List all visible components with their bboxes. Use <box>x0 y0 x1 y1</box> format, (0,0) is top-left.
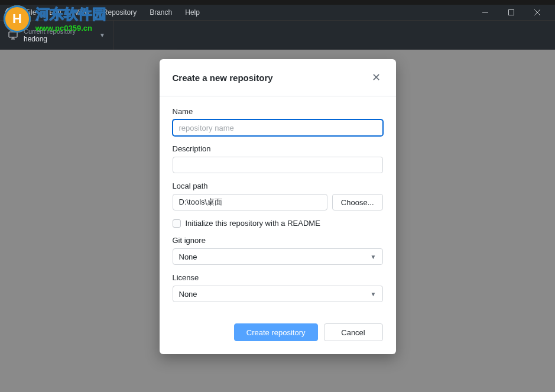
close-icon: ✕ <box>372 72 381 83</box>
current-repository-dropdown[interactable]: Current repository hedong ▼ <box>0 21 114 50</box>
name-input[interactable] <box>173 119 383 136</box>
license-label: License <box>173 273 383 282</box>
window-close-button[interactable] <box>524 5 550 20</box>
menu-branch[interactable]: Branch <box>144 6 178 19</box>
license-select[interactable]: None ▼ <box>173 286 383 302</box>
app-menubar: File Edit View Repository Branch Help <box>0 5 555 20</box>
init-readme-checkbox[interactable] <box>173 219 181 228</box>
svg-rect-4 <box>9 32 17 37</box>
menu-repository[interactable]: Repository <box>97 6 142 19</box>
window-maximize-button[interactable] <box>498 5 524 20</box>
choose-path-button[interactable]: Choose... <box>332 194 383 210</box>
local-path-label: Local path <box>173 182 383 190</box>
license-value: None <box>179 290 197 299</box>
modal-close-button[interactable]: ✕ <box>369 70 383 85</box>
chevron-down-icon: ▼ <box>371 291 377 297</box>
menu-view[interactable]: View <box>69 6 96 19</box>
window-titlebar <box>0 0 555 5</box>
app-toolbar: Current repository hedong ▼ <box>0 20 555 50</box>
description-input[interactable] <box>173 157 383 173</box>
github-desktop-icon <box>5 7 15 18</box>
window-minimize-button[interactable] <box>472 5 498 20</box>
current-repo-label: Current repository <box>24 28 76 35</box>
name-label: Name <box>173 107 383 116</box>
current-repo-name: hedong <box>24 35 76 43</box>
gitignore-label: Git ignore <box>173 236 383 245</box>
menu-edit[interactable]: Edit <box>43 6 67 19</box>
gitignore-value: None <box>179 252 197 261</box>
create-repository-button[interactable]: Create repository <box>234 323 318 341</box>
cancel-button[interactable]: Cancel <box>324 323 383 341</box>
init-readme-label: Initialize this repository with a README <box>186 219 320 228</box>
chevron-down-icon: ▼ <box>99 32 105 38</box>
gitignore-select[interactable]: None ▼ <box>173 248 383 265</box>
local-path-input[interactable] <box>173 194 327 210</box>
monitor-icon <box>8 31 18 40</box>
menu-help[interactable]: Help <box>179 6 206 19</box>
create-repository-modal: Create a new repository ✕ Name Descripti… <box>160 59 396 354</box>
description-label: Description <box>173 144 383 153</box>
svg-rect-1 <box>509 10 514 15</box>
chevron-down-icon: ▼ <box>371 254 377 260</box>
modal-title: Create a new repository <box>173 73 273 83</box>
menu-file[interactable]: File <box>19 6 42 19</box>
